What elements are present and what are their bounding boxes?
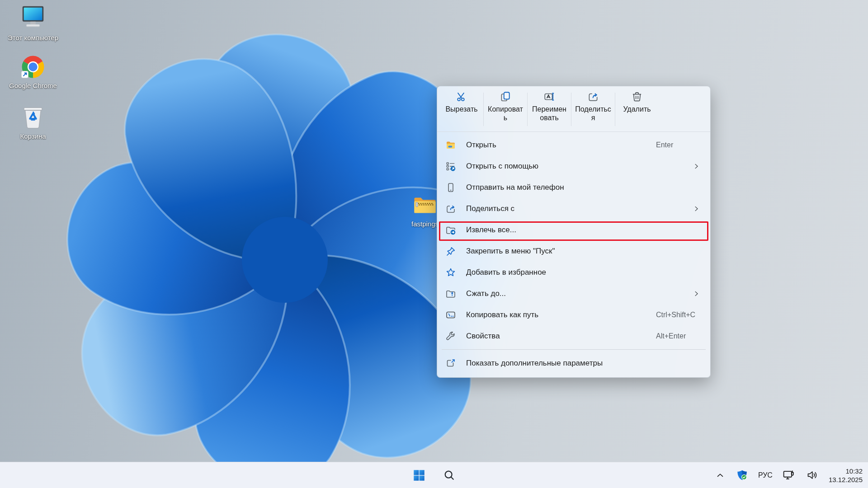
copy-label: Копироват ь [488, 105, 523, 122]
shortcut-arrow-badge [21, 71, 28, 78]
desktop-icon-recycle-bin[interactable]: Корзина [4, 102, 62, 141]
desktop-icon-label: Корзина [20, 132, 46, 141]
menu-item-label: Сжать до... [466, 289, 506, 298]
wallpaper-bloom [0, 0, 868, 488]
menu-item-label: Закрепить в меню "Пуск" [466, 247, 555, 256]
chrome-icon [20, 54, 46, 80]
clock-date: 13.12.2025 [829, 475, 863, 484]
context-menu-toolbar: Вырезать Копироват ь Переимен овать [437, 86, 710, 132]
menu-item-show-more-options[interactable]: Показать дополнительные параметры [437, 352, 710, 374]
taskbar-center [410, 462, 458, 488]
menu-item-label: Извлечь все... [466, 225, 516, 235]
menu-item-label: Свойства [466, 332, 500, 341]
menu-item-label: Показать дополнительные параметры [466, 359, 603, 368]
submenu-chevron-icon [692, 162, 700, 170]
copy-path-icon [445, 310, 456, 320]
cut-button[interactable]: Вырезать [440, 91, 483, 113]
security-shield-icon [736, 469, 748, 481]
share-button[interactable]: Поделитьс я [571, 91, 615, 122]
network-icon [782, 469, 795, 482]
menu-item-copy-as-path[interactable]: Копировать как путь Ctrl+Shift+C [437, 304, 710, 325]
pin-icon [445, 246, 456, 257]
cut-icon [456, 91, 467, 103]
context-menu-items: Открыть Enter Открыть с помощью [437, 132, 710, 374]
tray-overflow-button[interactable] [714, 466, 726, 484]
clock-time: 10:32 [829, 467, 863, 475]
taskbar: РУС 10:32 13.12.2025 [0, 462, 868, 488]
menu-item-open-with[interactable]: Открыть с помощью [437, 155, 710, 177]
menu-item-share-with[interactable]: Поделиться с [437, 198, 710, 219]
menu-item-shortcut: Alt+Enter [656, 332, 686, 340]
menu-item-open[interactable]: Открыть Enter [437, 134, 710, 155]
menu-item-label: Открыть [466, 141, 496, 150]
submenu-chevron-icon [692, 205, 700, 213]
start-button[interactable] [410, 466, 428, 484]
menu-item-shortcut: Ctrl+Shift+C [656, 311, 695, 319]
menu-item-label: Отправить на мой телефон [466, 183, 564, 192]
copy-icon [500, 91, 511, 103]
desktop-icon-chrome[interactable]: Google Chrome [4, 54, 62, 90]
properties-icon [445, 331, 456, 342]
zip-file-label: fastpings [411, 220, 439, 229]
language-indicator[interactable]: РУС [758, 471, 773, 479]
open-with-icon [445, 161, 456, 172]
cut-label: Вырезать [445, 105, 477, 113]
submenu-chevron-icon [692, 290, 700, 298]
tray-clock[interactable]: 10:32 13.12.2025 [829, 467, 863, 484]
show-more-icon [445, 358, 456, 369]
menu-item-label: Открыть с помощью [466, 162, 538, 171]
phone-icon [445, 182, 456, 193]
extract-all-icon [445, 225, 456, 235]
desktop: Этот компьютер Google Chrome [0, 0, 868, 488]
volume-tray-button[interactable] [805, 466, 820, 484]
rename-icon [543, 91, 555, 103]
delete-icon [631, 91, 643, 103]
windows-start-icon [412, 469, 426, 482]
this-pc-icon [19, 4, 47, 32]
menu-item-compress-to[interactable]: Сжать до... [437, 283, 710, 304]
search-icon [443, 469, 455, 481]
menu-item-shortcut: Enter [656, 141, 673, 149]
menu-item-extract-all[interactable]: Извлечь все... [437, 219, 710, 240]
menu-item-label: Добавить в избранное [466, 268, 546, 277]
volume-icon [806, 469, 818, 481]
zip-folder-icon [412, 192, 438, 218]
compress-icon [445, 288, 456, 299]
copy-button[interactable]: Копироват ь [484, 91, 527, 122]
search-button[interactable] [440, 466, 458, 484]
rename-button[interactable]: Переимен овать [528, 91, 571, 122]
menu-item-label: Копировать как путь [466, 310, 538, 319]
menu-item-add-to-favorites[interactable]: Добавить в избранное [437, 262, 710, 283]
desktop-icon-label: Google Chrome [9, 81, 57, 90]
desktop-icon-column: Этот компьютер Google Chrome [4, 4, 62, 153]
recycle-bin-icon [19, 102, 47, 130]
desktop-icon-this-pc[interactable]: Этот компьютер [4, 4, 62, 42]
delete-label: Удалить [623, 105, 651, 113]
desktop-icon-label: Этот компьютер [8, 33, 58, 42]
taskbar-tray: РУС 10:32 13.12.2025 [714, 462, 863, 488]
delete-button[interactable]: Удалить [615, 91, 659, 113]
menu-item-pin-to-start[interactable]: Закрепить в меню "Пуск" [437, 240, 710, 262]
menu-separator [442, 349, 706, 350]
network-tray-button[interactable] [782, 466, 796, 484]
share-label: Поделитьс я [575, 105, 611, 122]
star-icon [445, 267, 456, 278]
share-icon [587, 91, 599, 103]
chevron-up-icon [715, 470, 725, 480]
menu-item-send-to-phone[interactable]: Отправить на мой телефон [437, 177, 710, 198]
share-with-icon [445, 203, 456, 214]
open-folder-icon [445, 140, 456, 150]
menu-item-label: Поделиться с [466, 204, 514, 213]
security-tray-button[interactable] [736, 466, 749, 484]
menu-item-properties[interactable]: Свойства Alt+Enter [437, 325, 710, 347]
context-menu: Вырезать Копироват ь Переимен овать [437, 86, 711, 378]
rename-label: Переимен овать [532, 105, 566, 122]
